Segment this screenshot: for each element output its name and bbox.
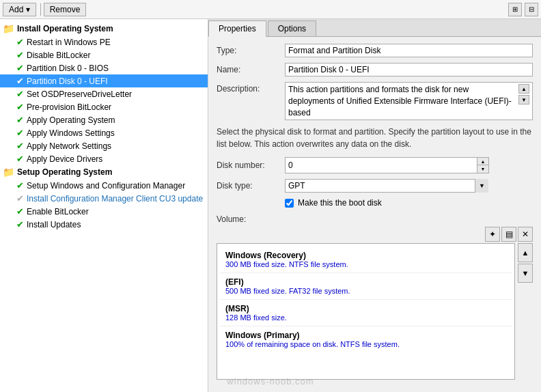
vol-item-name-1: (EFI) bbox=[225, 277, 506, 287]
tree-item-label-4: Set OSDPreserveDriveLetter bbox=[27, 89, 132, 99]
tree-item-restart-windows-pe[interactable]: ✔ Restart in Windows PE bbox=[0, 36, 208, 48]
tab-options[interactable]: Options bbox=[268, 20, 316, 36]
volume-move-up-btn[interactable]: ▲ bbox=[518, 243, 533, 262]
toolbar-separator bbox=[40, 3, 41, 16]
tree-item-enable-bitlocker[interactable]: ✔ Enable BitLocker bbox=[0, 205, 208, 218]
check-icon-0: ✔ bbox=[16, 37, 24, 47]
tree-item-apply-network-settings[interactable]: ✔ Apply Network Settings bbox=[0, 139, 208, 152]
vol-item-desc-1: 500 MB fixed size. FAT32 file system. bbox=[225, 287, 506, 295]
type-label: Type: bbox=[217, 44, 285, 55]
desc-box: This action partitions and formats the d… bbox=[285, 82, 533, 120]
toolbar-icons: ⊞ ⊟ bbox=[508, 3, 538, 16]
volume-edit-btn[interactable]: ▤ bbox=[501, 227, 516, 242]
boot-disk-label: Make this the boot disk bbox=[298, 198, 382, 208]
tree-item-set-osd[interactable]: ✔ Set OSDPreserveDriveLetter bbox=[0, 87, 208, 100]
group-install-label: Install Operating System bbox=[17, 24, 113, 33]
tree-item-label-12: Enable BitLocker bbox=[27, 207, 89, 216]
remove-button[interactable]: Remove bbox=[44, 3, 87, 16]
tree-item-label-2: Partition Disk 0 - BIOS bbox=[27, 64, 109, 73]
tree-item-label-7: Apply Windows Settings bbox=[27, 128, 115, 138]
desc-label: Description: bbox=[217, 82, 285, 94]
prop-row-type: Type: bbox=[217, 44, 533, 57]
group-install-os: 📁 Install Operating System bbox=[0, 22, 208, 36]
type-value bbox=[285, 44, 533, 57]
tree-item-label-6: Apply Operating System bbox=[27, 115, 115, 125]
volume-area: Windows (Recovery) 300 MB fixed size. NT… bbox=[217, 243, 533, 380]
field-row-disk-number: Disk number: ▲ ▼ bbox=[217, 157, 533, 173]
tree-item-install-updates[interactable]: ✔ Install Updates bbox=[0, 218, 208, 231]
main-container: 📁 Install Operating System ✔ Restart in … bbox=[0, 19, 541, 392]
disk-number-spin-down[interactable]: ▼ bbox=[477, 165, 488, 173]
tab-properties[interactable]: Properties bbox=[208, 20, 266, 37]
tree-item-apply-windows-settings[interactable]: ✔ Apply Windows Settings bbox=[0, 126, 208, 139]
right-panel: Properties Options Type: Name: Descri bbox=[208, 19, 541, 392]
disk-number-spin-up[interactable]: ▲ bbox=[477, 158, 488, 165]
disk-type-select[interactable]: GPT MBR bbox=[285, 179, 488, 193]
volume-add-btn[interactable]: ✦ bbox=[485, 227, 500, 242]
group-icon-install: 📁 bbox=[3, 23, 14, 34]
tree-item-label-5: Pre-provision BitLocker bbox=[27, 102, 111, 112]
tree-item-label-1: Disable BitLocker bbox=[27, 51, 90, 60]
tree-item-partition-disk-bios[interactable]: ✔ Partition Disk 0 - BIOS bbox=[0, 61, 208, 74]
disk-number-input-box: ▲ ▼ bbox=[285, 157, 489, 173]
disk-type-select-wrapper: GPT MBR ▼ bbox=[285, 179, 488, 193]
vol-item-2[interactable]: (MSR) 128 MB fixed size. bbox=[220, 300, 512, 326]
vol-item-name-0: Windows (Recovery) bbox=[225, 251, 506, 260]
add-button[interactable]: Add ▾ bbox=[3, 3, 36, 16]
vol-item-desc-3: 100% of remaining space on disk. NTFS fi… bbox=[225, 340, 506, 348]
name-input[interactable] bbox=[285, 63, 533, 76]
prop-row-desc: Description: This action partitions and … bbox=[217, 82, 533, 120]
tree-item-label-13: Install Updates bbox=[27, 220, 81, 229]
check-icon-9: ✔ bbox=[16, 154, 24, 164]
vol-item-name-3: Windows (Primary) bbox=[225, 331, 506, 340]
vol-item-0[interactable]: Windows (Recovery) 300 MB fixed size. NT… bbox=[220, 247, 512, 273]
tree-item-partition-disk-uefi[interactable]: ✔ Partition Disk 0 - UEFI bbox=[0, 74, 208, 87]
check-icon-5: ✔ bbox=[16, 102, 24, 112]
vol-item-desc-0: 300 MB fixed size. NTFS file system. bbox=[225, 260, 506, 268]
volume-delete-btn[interactable]: ✕ bbox=[518, 227, 533, 242]
tree-item-install-cm-cu3[interactable]: ✔ Install Configuration Manager Client C… bbox=[0, 192, 208, 205]
check-icon-12: ✔ bbox=[16, 206, 24, 216]
tree-item-label-11: Install Configuration Manager Client CU3… bbox=[27, 194, 203, 204]
field-row-disk-type: Disk type: GPT MBR ▼ bbox=[217, 179, 533, 193]
toolbar-icon-2[interactable]: ⊟ bbox=[525, 3, 538, 16]
toolbar-icon-1[interactable]: ⊞ bbox=[508, 3, 522, 16]
tree-item-preprovision-bitlocker[interactable]: ✔ Pre-provision BitLocker bbox=[0, 100, 208, 113]
check-icon-1: ✔ bbox=[16, 50, 24, 60]
check-icon-11: ✔ bbox=[16, 193, 24, 204]
desc-text: This action partitions and formats the d… bbox=[288, 84, 516, 118]
check-icon-4: ✔ bbox=[16, 89, 24, 99]
toolbar: Add ▾ Remove ⊞ ⊟ bbox=[0, 0, 541, 19]
volume-side-btns: ▲ ▼ bbox=[518, 243, 533, 380]
type-input[interactable] bbox=[285, 44, 533, 57]
tree-item-apply-device-drivers[interactable]: ✔ Apply Device Drivers bbox=[0, 152, 208, 165]
volume-list: Windows (Recovery) 300 MB fixed size. NT… bbox=[217, 243, 515, 380]
prop-row-name: Name: bbox=[217, 63, 533, 76]
tree-item-apply-os[interactable]: ✔ Apply Operating System bbox=[0, 113, 208, 126]
desc-scrollbar: ▲ ▼ bbox=[518, 84, 529, 118]
name-label: Name: bbox=[217, 63, 285, 74]
vol-item-1[interactable]: (EFI) 500 MB fixed size. FAT32 file syst… bbox=[220, 273, 512, 300]
group-setup-label: Setup Operating System bbox=[17, 167, 112, 177]
volume-move-down-btn[interactable]: ▼ bbox=[518, 264, 533, 283]
boot-disk-checkbox[interactable] bbox=[285, 199, 294, 208]
tree-item-setup-windows-cm[interactable]: ✔ Setup Windows and Configuration Manage… bbox=[0, 179, 208, 192]
check-icon-7: ✔ bbox=[16, 128, 24, 138]
properties-content: Type: Name: Description: This action par… bbox=[208, 37, 541, 392]
disk-number-input[interactable] bbox=[286, 159, 477, 171]
scroll-down-btn[interactable]: ▼ bbox=[518, 95, 529, 104]
vol-item-3[interactable]: Windows (Primary) 100% of remaining spac… bbox=[220, 326, 512, 352]
group-setup-os: 📁 Setup Operating System bbox=[0, 165, 208, 179]
desc-value: This action partitions and formats the d… bbox=[285, 82, 533, 120]
left-panel: 📁 Install Operating System ✔ Restart in … bbox=[0, 19, 208, 392]
tree-item-disable-bitlocker[interactable]: ✔ Disable BitLocker bbox=[0, 48, 208, 61]
disk-number-label: Disk number: bbox=[217, 160, 285, 170]
tree-item-label-8: Apply Network Settings bbox=[27, 141, 111, 151]
tree-item-label-0: Restart in Windows PE bbox=[27, 38, 111, 47]
scroll-up-btn[interactable]: ▲ bbox=[518, 84, 529, 94]
disk-type-label: Disk type: bbox=[217, 181, 285, 191]
tree-item-label-9: Apply Device Drivers bbox=[27, 154, 102, 164]
group-icon-setup: 📁 bbox=[3, 167, 14, 178]
name-value bbox=[285, 63, 533, 76]
disk-number-spinner: ▲ ▼ bbox=[477, 158, 488, 173]
